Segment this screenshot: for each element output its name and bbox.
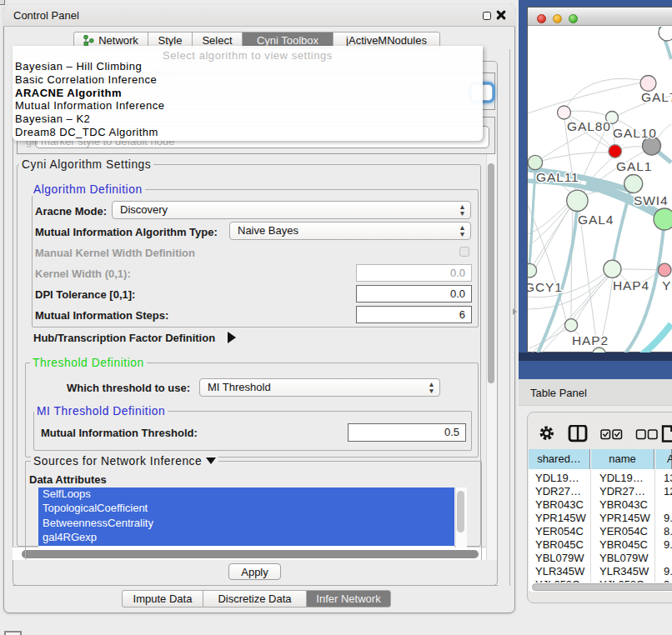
svg-text:GAL11: GAL11 xyxy=(536,170,579,184)
svg-text:YM: YM xyxy=(662,278,672,292)
svg-text:SWI4: SWI4 xyxy=(634,193,669,208)
svg-text:GAL1: GAL1 xyxy=(616,159,652,173)
svg-text:GAL10: GAL10 xyxy=(613,126,657,140)
svg-text:HAP4: HAP4 xyxy=(613,278,649,292)
svg-text:GCY1: GCY1 xyxy=(528,280,563,294)
svg-text:GAL7: GAL7 xyxy=(641,90,672,104)
svg-text:HAP2: HAP2 xyxy=(572,333,609,348)
svg-text:GAL4: GAL4 xyxy=(578,212,614,227)
svg-text:GAL80: GAL80 xyxy=(567,119,611,133)
